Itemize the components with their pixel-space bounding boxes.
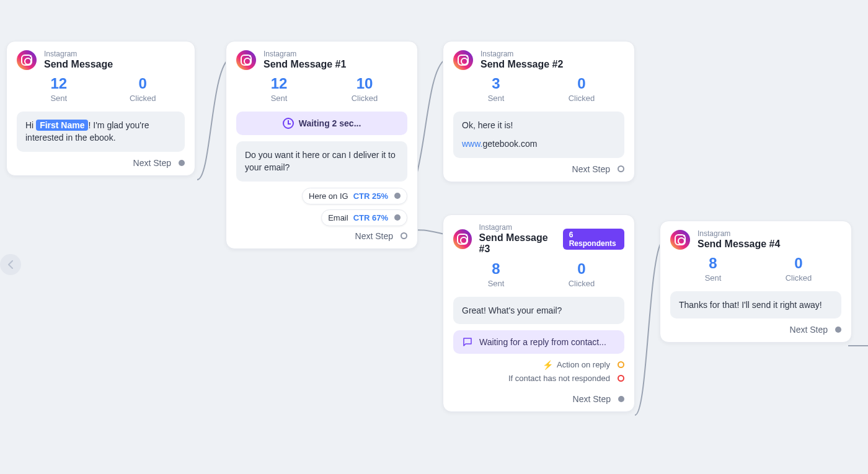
message-preview: Do you want it here or can I deliver it … — [236, 141, 407, 182]
stat-clicked: 10 Clicked — [340, 75, 389, 103]
chat-bubble-icon — [462, 336, 473, 348]
card-title: Send Message #4 — [698, 239, 780, 250]
card-title: Send Message #3 — [479, 232, 556, 255]
stat-sent: 8 Sent — [688, 255, 738, 283]
node-output-dot-red[interactable] — [618, 375, 624, 382]
node-output-dot-open[interactable] — [401, 232, 407, 239]
stat-sent: 12 Sent — [254, 75, 304, 103]
instagram-icon — [670, 230, 690, 250]
message-preview: Great! What's your email? — [453, 297, 624, 324]
flow-card-send-message-3[interactable]: Instagram Send Message #3 6 Respondents … — [443, 214, 635, 412]
wait-for-reply-block: Waiting for a reply from contact... — [453, 330, 624, 354]
flow-card-send-message-1[interactable]: Instagram Send Message #1 12 Sent 10 Cli… — [226, 41, 418, 249]
instagram-icon — [17, 50, 37, 70]
node-output-dot[interactable] — [835, 327, 841, 333]
card-platform: Instagram — [480, 50, 563, 59]
no-response-link[interactable]: If contact has not responded — [453, 374, 624, 383]
flow-card-send-message-2[interactable]: Instagram Send Message #2 3 Sent 0 Click… — [443, 41, 635, 182]
card-title: Send Message #1 — [264, 59, 346, 70]
card-platform: Instagram — [479, 224, 556, 232]
stat-clicked: 0 Clicked — [118, 75, 167, 103]
stat-sent: 3 Sent — [471, 75, 521, 103]
clock-icon — [283, 118, 294, 129]
card-title: Send Message — [44, 59, 113, 70]
card-platform: Instagram — [264, 50, 346, 59]
card-platform: Instagram — [44, 50, 113, 59]
quick-reply-email[interactable]: Email CTR 67% — [321, 209, 407, 226]
next-step-link[interactable]: Next Step — [453, 394, 624, 404]
action-on-reply-link[interactable]: ⚡ Action on reply — [453, 360, 624, 370]
wait-block: Waiting 2 sec... — [236, 112, 407, 135]
card-platform: Instagram — [698, 230, 780, 239]
next-step-link[interactable]: Next Step — [453, 164, 624, 174]
stat-sent: 8 Sent — [471, 260, 521, 288]
stat-clicked: 0 Clicked — [774, 255, 823, 283]
next-step-link[interactable]: Next Step — [17, 158, 185, 168]
next-step-link[interactable]: Next Step — [236, 231, 407, 241]
card-title: Send Message #2 — [480, 59, 563, 70]
quick-reply-here-on-ig[interactable]: Here on IG CTR 25% — [302, 188, 407, 204]
stat-clicked: 0 Clicked — [557, 75, 606, 103]
bolt-icon: ⚡ — [542, 360, 553, 370]
node-output-dot-yellow[interactable] — [618, 361, 624, 368]
next-step-link[interactable]: Next Step — [670, 325, 841, 335]
node-output-dot-open[interactable] — [618, 165, 624, 172]
flow-card-send-message[interactable]: Instagram Send Message 12 Sent 0 Clicked… — [6, 41, 195, 176]
merge-tag-first-name: First Name — [36, 120, 88, 131]
chevron-left-icon — [7, 260, 14, 269]
node-output-dot[interactable] — [394, 214, 401, 221]
stat-clicked: 0 Clicked — [557, 260, 606, 288]
flow-card-send-message-4[interactable]: Instagram Send Message #4 8 Sent 0 Click… — [660, 221, 852, 343]
node-output-dot[interactable] — [179, 160, 185, 166]
node-output-dot[interactable] — [394, 193, 401, 199]
instagram-icon — [453, 50, 473, 70]
message-preview: Hi First Name! I'm glad you're intereste… — [17, 112, 185, 152]
message-preview: Thanks for that! I'll send it right away… — [670, 291, 841, 318]
instagram-icon — [236, 50, 256, 70]
nav-prev-button[interactable] — [0, 254, 21, 275]
link-url-prefix: www. — [462, 139, 482, 149]
respondents-badge: 6 Respondents — [563, 229, 624, 250]
instagram-icon — [453, 229, 472, 249]
stat-sent: 12 Sent — [34, 75, 84, 103]
node-output-dot[interactable] — [618, 396, 624, 402]
message-preview: Ok, here it is! www.getebook.com — [453, 112, 624, 158]
